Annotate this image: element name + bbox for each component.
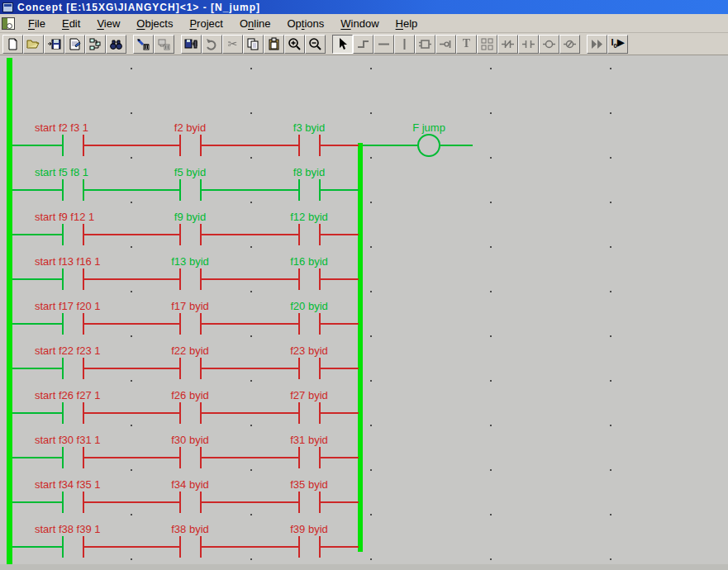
toolbar-button-properties[interactable] — [64, 35, 85, 54]
menu-online[interactable]: Online — [231, 16, 279, 31]
rung-5-contact-1[interactable] — [62, 313, 84, 335]
rung-2-contact-3[interactable] — [298, 179, 321, 201]
rung-10-label-3: f39 byid — [290, 523, 328, 535]
ladder-editor-canvas[interactable]: start f2 f3 1f2 byidf3 byidstart f5 f8 1… — [0, 55, 728, 564]
rung-1-contact-3[interactable] — [298, 135, 321, 156]
toolbar-button-cut[interactable]: ✂ — [222, 35, 243, 54]
toolbar-button-copy[interactable] — [243, 35, 264, 54]
toolbar-button-horizontal-link[interactable] — [374, 35, 394, 54]
toolbar-button-new[interactable] — [2, 35, 23, 54]
toolbar-button-delete-unused[interactable] — [154, 35, 174, 54]
contact-leg — [298, 447, 300, 468]
rung-7-contact-2[interactable] — [179, 402, 202, 424]
rung-2-contact-2[interactable] — [179, 179, 202, 201]
title-bar[interactable]: Concept [E:\15XG\JIANGYCH]<1> - [N_jump] — [0, 0, 728, 14]
rung-10-wire-segment-4 — [321, 546, 359, 548]
toolbar-button-link-tool[interactable] — [353, 35, 374, 54]
toolbar-button-no-contact[interactable] — [518, 35, 539, 54]
rung-9-contact-3[interactable] — [298, 492, 321, 513]
rung-2-contact-1[interactable] — [62, 179, 84, 201]
toolbar-button-project-browser[interactable] — [85, 35, 106, 54]
toolbar-button-undo[interactable] — [202, 35, 222, 54]
toolbar-button-select-mode[interactable] — [332, 35, 353, 54]
new-page-icon — [6, 37, 20, 51]
toolbar-button-open[interactable] — [23, 35, 44, 54]
rung-5-contact-2[interactable] — [179, 313, 202, 335]
rung-1-contact-2[interactable] — [179, 135, 202, 156]
rung-8-contact-3[interactable] — [298, 447, 321, 468]
toolbar-button-delete-download[interactable] — [133, 35, 154, 54]
contact-leg — [179, 179, 181, 201]
contact-leg — [179, 135, 181, 156]
undo-arrow-icon — [205, 37, 219, 51]
rung-3-contact-3[interactable] — [298, 224, 321, 245]
rung-5-contact-3[interactable] — [298, 313, 321, 335]
rung-6-contact-3[interactable] — [298, 358, 321, 379]
rung-1-label-2: f2 byid — [174, 121, 206, 134]
rung-4-contact-2[interactable] — [179, 268, 202, 290]
coil-F-jump[interactable] — [417, 134, 440, 157]
rung-4-contact-3[interactable] — [298, 268, 321, 290]
toolbar-button-inspect-io[interactable]: I0▶ — [607, 35, 628, 54]
menu-options[interactable]: Options — [279, 16, 333, 31]
contact-leg — [319, 179, 321, 201]
toolbar-button-zoom-out[interactable] — [305, 35, 326, 54]
toolbar-button-save[interactable] — [44, 35, 64, 54]
toolbar-button-coil-reference[interactable] — [435, 35, 456, 54]
rung-10-contact-1[interactable] — [62, 536, 84, 558]
menu-project[interactable]: Project — [181, 16, 231, 31]
rung-7-label-1: start f26 f27 1 — [35, 389, 101, 401]
rung-9-contact-2[interactable] — [179, 492, 202, 513]
menu-file[interactable]: File — [20, 16, 54, 31]
rung-7-wire-segment-2 — [84, 412, 180, 414]
contact-leg — [200, 536, 202, 558]
floppy-chip-icon — [184, 37, 198, 51]
rung-8-wire-segment-4 — [321, 457, 359, 458]
rung-4-contact-1[interactable] — [62, 268, 84, 290]
rung-7-contact-1[interactable] — [62, 402, 84, 424]
toolbar-button-function-block[interactable] — [415, 35, 435, 54]
rung-4-wire-segment-2 — [84, 278, 180, 280]
menu-help[interactable]: Help — [388, 16, 426, 31]
section-document-icon[interactable] — [2, 17, 15, 30]
toolbar-button-save-to-memory[interactable] — [181, 35, 202, 54]
rung-1-contact-1[interactable] — [62, 135, 84, 156]
toolbar-button-search[interactable] — [106, 35, 126, 54]
toolbar-button-nc-contact[interactable] — [497, 35, 518, 54]
rung-5-wire-segment-1 — [12, 323, 63, 325]
toolbar-button-ffb-palette[interactable] — [477, 35, 497, 54]
rung-8-contact-2[interactable] — [179, 447, 202, 468]
contact-leg — [179, 224, 181, 245]
copy-icon — [246, 37, 260, 51]
toolbar-button-paste[interactable] — [264, 35, 284, 54]
menu-edit[interactable]: Edit — [54, 16, 88, 31]
toolbar-button-coil[interactable] — [539, 35, 559, 54]
toolbar-button-step-mode[interactable] — [587, 35, 607, 54]
ffb-grid-icon — [480, 37, 494, 51]
contact-leg — [319, 536, 321, 558]
rung-9-contact-1[interactable] — [62, 492, 84, 513]
contact-leg — [200, 135, 202, 156]
rung-3-contact-1[interactable] — [62, 224, 84, 245]
rung-8-label-3: f31 byid — [290, 434, 328, 446]
menu-objects[interactable]: Objects — [128, 16, 181, 31]
rung-3-contact-2[interactable] — [179, 224, 202, 245]
zoom-out-icon — [308, 37, 322, 51]
menu-bar: FileEditViewObjectsProjectOnlineOptionsW… — [0, 14, 728, 33]
rung-8-contact-1[interactable] — [62, 447, 84, 468]
rung-7-contact-3[interactable] — [298, 402, 321, 424]
rung-10-contact-3[interactable] — [298, 536, 321, 558]
menu-window[interactable]: Window — [332, 16, 387, 31]
rung-6-contact-2[interactable] — [179, 358, 202, 379]
rung-5-label-3: f20 byid — [290, 300, 328, 312]
toolbar-button-vertical-link[interactable] — [394, 35, 415, 54]
contact-leg — [200, 402, 202, 424]
toolbar-button-zoom-in[interactable] — [284, 35, 305, 54]
rung-6-contact-1[interactable] — [62, 358, 84, 379]
coil-wire-in — [363, 145, 417, 146]
menu-view[interactable]: View — [88, 16, 128, 31]
toolbar-button-text-tool[interactable]: T — [456, 35, 477, 54]
rung-10-contact-2[interactable] — [179, 536, 202, 558]
project-tree-icon — [88, 37, 102, 51]
toolbar-button-negated-coil[interactable] — [559, 35, 580, 54]
